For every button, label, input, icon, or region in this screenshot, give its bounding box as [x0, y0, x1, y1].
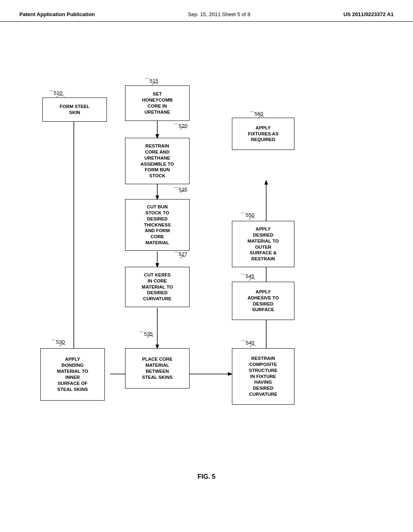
page-header: Patent Application Publication Sep. 15, …	[0, 0, 413, 22]
header-right: US 2011/0223372 A1	[343, 11, 394, 17]
ref-510: ⌒510	[48, 89, 63, 97]
ref-540: ⌒540	[240, 339, 254, 347]
box-525: CUT BUNSTOCK TODESIREDTHICKNESSAND FORMC…	[125, 199, 190, 251]
ref-550: ⌒550	[240, 212, 254, 219]
box-550: APPLYDESIREDMATERIAL TOOUTERSURFACE &RES…	[232, 221, 294, 267]
box-520: RESTRAINCORE ANDURETHANEASSEMBLE TOFORM …	[125, 138, 190, 184]
ref-530: ⌒530	[51, 339, 65, 346]
ref-527: ⌒527	[173, 251, 188, 258]
page: Patent Application Publication Sep. 15, …	[0, 0, 413, 532]
header-left: Patent Application Publication	[19, 11, 95, 17]
ref-545: ⌒545	[240, 273, 254, 280]
figure-caption: FIG. 5	[0, 473, 413, 480]
box-545: APPLYADHESIVE TODESIREDSURFACE	[232, 282, 294, 320]
ref-520: ⌒520	[173, 123, 188, 130]
ref-515: ⌒515	[144, 77, 159, 85]
box-515: SETHONEYCOMBCORE INURETHANE	[125, 85, 190, 121]
ref-560: ⌒560	[249, 110, 263, 118]
header-center: Sep. 15, 2011 Sheet 5 of 8	[188, 11, 250, 17]
box-535: PLACE COREMATERIALBETWEENSTEAL SKINS	[125, 348, 190, 389]
box-560: APPLYFIXTURES ASREQUIRED	[232, 118, 294, 150]
ref-535: ⌒535	[139, 330, 153, 338]
box-527: CUT KERFSIN COREMATERIAL TODESIREDCURVAT…	[125, 267, 190, 307]
box-510: FORM STEELSKIN	[42, 98, 107, 122]
box-540: RESTRAINCOMPOSITESTRUCTUREIN FIXTUREHAVI…	[232, 348, 294, 405]
box-530: APPLYBONDINGMATERIAL TOINNERSURFACE OFST…	[40, 348, 105, 401]
ref-525: ⌒525	[173, 186, 188, 193]
diagram-area: ⌒510 ⌒515 ⌒520 ⌒525 ⌒527 ⌒530 ⌒535 ⌒540 …	[0, 26, 413, 469]
